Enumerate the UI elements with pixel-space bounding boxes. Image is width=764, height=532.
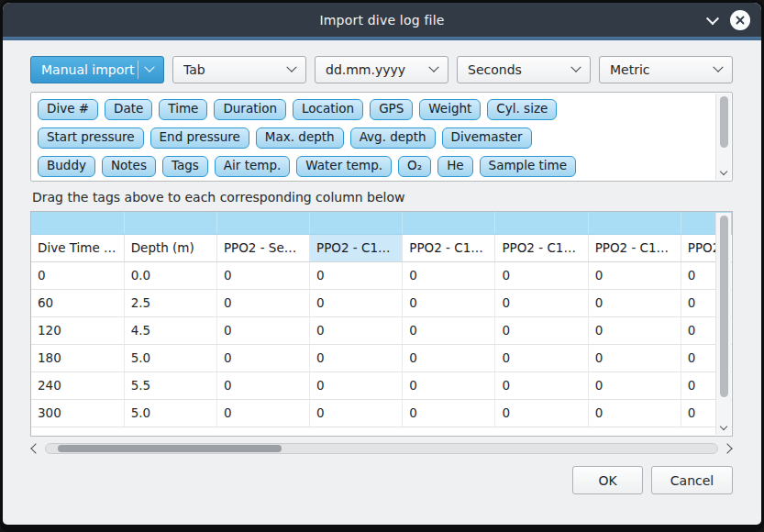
table-cell: 5.0 — [124, 399, 216, 427]
scrollbar-thumb[interactable] — [58, 445, 282, 452]
scroll-left-icon[interactable] — [30, 443, 40, 453]
scroll-right-icon[interactable] — [722, 443, 732, 453]
combo-value: Metric — [610, 62, 650, 77]
tag-notes[interactable]: Notes — [102, 156, 156, 177]
ok-button[interactable]: OK — [572, 466, 643, 494]
column-header-6[interactable]: PPO2 - C1… — [588, 234, 681, 261]
chevron-down-icon — [286, 62, 296, 72]
table-row: 2405.5000000 — [31, 371, 733, 399]
table-horizontal-scrollbar[interactable] — [30, 440, 733, 456]
tag-avg-depth[interactable]: Avg. depth — [350, 127, 436, 149]
tag-air-temp[interactable]: Air temp. — [215, 156, 290, 177]
table-body: 00.0000000602.50000001204.50000001805.00… — [31, 261, 733, 427]
table-cell: 0 — [310, 399, 403, 427]
tag-duration[interactable]: Duration — [214, 99, 286, 120]
chevron-down-icon[interactable] — [706, 12, 719, 25]
date-format-combobox[interactable]: dd.mm.yyyy — [315, 56, 448, 83]
import-dialog-window: Import dive log file Manual importTabdd.… — [0, 0, 764, 532]
drop-target-cell[interactable] — [31, 212, 124, 234]
table-header-row: Dive Time …Depth (m)PPO2 - Se…PPO2 - C1…… — [31, 234, 733, 261]
drop-target-row — [31, 212, 733, 234]
table-cell: 0 — [495, 289, 588, 316]
scrollbar-thumb[interactable] — [720, 96, 728, 148]
table-cell: 0 — [588, 289, 681, 316]
tag-panel-scrollbar[interactable] — [715, 94, 731, 180]
table-cell: 0 — [403, 289, 495, 316]
tag-max-depth[interactable]: Max. depth — [256, 127, 344, 149]
tag-cyl-size[interactable]: Cyl. size — [487, 99, 557, 120]
tag-panel: Dive #DateTimeDurationLocationGPSWeightC… — [30, 92, 733, 182]
column-header-2[interactable]: PPO2 - Se… — [216, 234, 309, 261]
table-cell: 0 — [310, 261, 403, 289]
column-header-5[interactable]: PPO2 - C1… — [495, 234, 588, 261]
table-cell: 4.5 — [124, 316, 216, 344]
table-cell: 0 — [216, 261, 309, 289]
table-cell: 0 — [216, 289, 309, 316]
table-vertical-scrollbar[interactable] — [715, 213, 731, 435]
tag-end-pressure[interactable]: End pressure — [150, 127, 249, 149]
table-cell: 5.5 — [124, 371, 216, 399]
tag-tags[interactable]: Tags — [162, 156, 208, 177]
scrollbar-track[interactable] — [45, 443, 718, 454]
table-cell: 0 — [588, 399, 681, 427]
table-row: 3005.0000000 — [31, 399, 733, 427]
drop-target-cell[interactable] — [588, 212, 681, 234]
column-header-4[interactable]: PPO2 - C1… — [403, 234, 495, 261]
scroll-down-icon[interactable] — [720, 423, 727, 430]
drop-target-cell[interactable] — [124, 212, 216, 234]
cancel-button[interactable]: Cancel — [651, 466, 733, 494]
window-title: Import dive log file — [58, 13, 706, 28]
tag-start-pressure[interactable]: Start pressure — [38, 127, 144, 149]
chevron-down-icon — [144, 62, 154, 72]
tag-divemaster[interactable]: Divemaster — [442, 127, 532, 149]
table-cell: 0 — [310, 316, 403, 344]
table-cell: 0 — [403, 344, 495, 371]
table-cell: 0 — [588, 371, 681, 399]
column-header-0[interactable]: Dive Time … — [31, 234, 124, 261]
table-cell: 0 — [403, 371, 495, 399]
column-header-1[interactable]: Depth (m) — [124, 234, 216, 261]
table-cell: 0 — [310, 289, 403, 316]
chevron-down-icon — [570, 62, 581, 72]
drop-target-cell[interactable] — [495, 212, 588, 234]
titlebar[interactable]: Import dive log file — [3, 3, 761, 37]
tag-buddy[interactable]: Buddy — [38, 156, 95, 177]
tag-o[interactable]: O₂ — [398, 156, 431, 177]
combo-row: Manual importTabdd.mm.yyyySecondsMetric — [30, 56, 733, 83]
column-header-3[interactable]: PPO2 - C1… — [310, 234, 403, 261]
drop-target-cell[interactable] — [216, 212, 309, 234]
field-separator-combobox[interactable]: Tab — [172, 56, 306, 83]
import-mode-combobox[interactable]: Manual import — [30, 56, 164, 83]
tag-date[interactable]: Date — [105, 99, 152, 120]
import-table-container: Dive Time …Depth (m)PPO2 - Se…PPO2 - C1…… — [30, 211, 733, 437]
tag-water-temp[interactable]: Water temp. — [296, 156, 392, 177]
close-button[interactable] — [730, 10, 750, 30]
table-cell: 2.5 — [124, 289, 216, 316]
drop-target-cell[interactable] — [310, 212, 403, 234]
tag-he[interactable]: He — [437, 156, 472, 177]
table-cell: 0 — [495, 316, 588, 344]
table-row: 1204.5000000 — [31, 316, 733, 344]
table-cell: 0 — [588, 261, 681, 289]
tag-sample-time[interactable]: Sample time — [480, 156, 576, 177]
drop-target-cell[interactable] — [403, 212, 495, 234]
table-cell: 0 — [495, 261, 588, 289]
table-cell: 0 — [588, 316, 681, 344]
units-combobox[interactable]: Metric — [599, 56, 733, 83]
table-cell: 120 — [31, 316, 124, 344]
tag-time[interactable]: Time — [159, 99, 207, 120]
tag-location[interactable]: Location — [293, 99, 363, 120]
tag-row: Dive #DateTimeDurationLocationGPSWeightC… — [38, 99, 710, 120]
dialog-body: Manual importTabdd.mm.yyyySecondsMetric … — [3, 40, 761, 525]
time-format-combobox[interactable]: Seconds — [457, 56, 591, 83]
combo-value: Tab — [183, 62, 205, 77]
tag-gps[interactable]: GPS — [370, 99, 413, 120]
tag-weight[interactable]: Weight — [419, 99, 481, 120]
table-row: 1805.0000000 — [31, 344, 733, 371]
scrollbar-thumb[interactable] — [720, 216, 728, 397]
scroll-down-icon[interactable] — [720, 168, 727, 175]
table-cell: 0 — [310, 371, 403, 399]
table-cell: 180 — [31, 344, 124, 371]
tag-dive[interactable]: Dive # — [38, 99, 98, 120]
dialog: Import dive log file Manual importTabdd.… — [3, 3, 761, 525]
